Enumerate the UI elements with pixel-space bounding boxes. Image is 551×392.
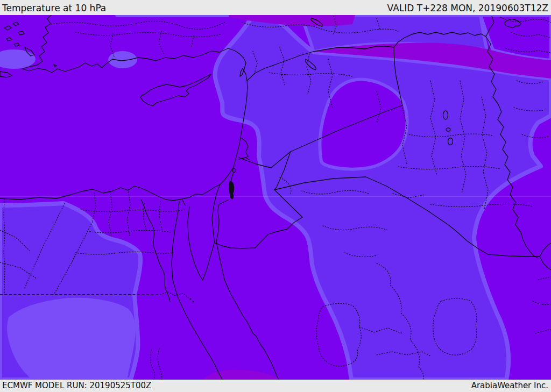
map-title: Temperature at 10 hPa bbox=[2, 3, 106, 13]
red-sea-islet bbox=[193, 301, 194, 302]
red-sea-islet bbox=[190, 298, 192, 300]
temp-region-light-lens-rhodes bbox=[108, 51, 137, 68]
weather-map-screen: Temperature at 10 hPa VALID T+228 MON, 2… bbox=[0, 0, 551, 392]
header-bar: Temperature at 10 hPa VALID T+228 MON, 2… bbox=[0, 0, 551, 15]
weather-map-svg bbox=[0, 15, 551, 380]
temp-shading bbox=[0, 15, 551, 380]
footer-bar: ECMWF MODEL RUN: 20190525T00Z ArabiaWeat… bbox=[0, 380, 551, 392]
model-run-label: ECMWF MODEL RUN: 20190525T00Z bbox=[2, 381, 151, 390]
credit-label: ArabiaWeather Inc. bbox=[471, 381, 548, 390]
temp-region-violet-spur bbox=[320, 80, 407, 169]
temp-region-light-core bbox=[7, 298, 136, 380]
valid-time-label: VALID T+228 MON, 20190603T12Z bbox=[387, 3, 548, 13]
map-area bbox=[0, 15, 551, 380]
